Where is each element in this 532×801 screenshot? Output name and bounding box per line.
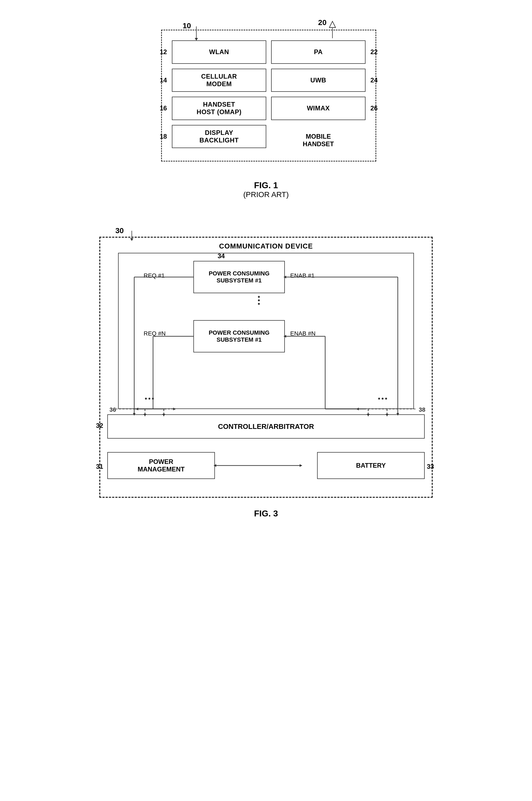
arrow-30 — [132, 231, 132, 239]
fig1-diagram: 10 20 △ 12 WLAN — [145, 21, 387, 172]
label-22: 22 — [370, 48, 378, 56]
fig1-cell-wlan: 12 WLAN — [172, 40, 266, 64]
fig3-diagram: 30 COMMUNICATION DEVICE 34 POWER CONSUMI… — [91, 220, 441, 503]
fig1-cell-pa: PA 22 — [271, 40, 365, 64]
enab1-label: ENAB #1 — [290, 272, 315, 279]
fig3-title: FIG. 3 — [254, 509, 278, 518]
label-24: 24 — [370, 76, 378, 84]
handset-host-box: HANDSET HOST (OMAP) — [172, 97, 266, 120]
label-32: 32 — [96, 422, 103, 430]
fig1-cell-display: 18 DISPLAY BACKLIGHT — [172, 125, 266, 148]
label-12: 12 — [160, 48, 167, 56]
fig1-cell-uwb: UWB 24 — [271, 69, 365, 92]
fig3-caption: FIG. 3 — [254, 509, 278, 518]
enabn-label: ENAB #N — [290, 330, 316, 337]
battery-box: BATTERY — [317, 452, 425, 479]
dot-l2 — [149, 398, 150, 400]
dot2 — [258, 299, 260, 301]
dot-r2 — [382, 398, 383, 400]
reqn-label: REQ #N — [144, 330, 166, 337]
label-31: 31 — [96, 463, 103, 470]
label-16: 16 — [160, 105, 167, 112]
label-10: 10 — [183, 21, 191, 30]
dot-r3 — [385, 398, 387, 400]
dot-l3 — [152, 398, 154, 400]
dot1 — [258, 296, 260, 298]
label-20: 20 — [318, 18, 326, 27]
dots-right — [378, 398, 387, 400]
antenna-icon: △ — [329, 19, 336, 28]
label-34: 34 — [217, 252, 225, 260]
pa-box: PA — [271, 40, 365, 64]
dots-middle — [258, 296, 260, 305]
controller-box: CONTROLLER/ARBITRATOR — [107, 414, 425, 439]
fig3-container: 30 COMMUNICATION DEVICE 34 POWER CONSUMI… — [91, 220, 441, 518]
wimax-box: WIMAX — [271, 97, 365, 120]
uwb-box: UWB — [271, 69, 365, 92]
subsystem1-box: POWER CONSUMING SUBSYSTEM #1 — [193, 261, 285, 293]
label-33: 33 — [427, 463, 434, 470]
page-container: 10 20 △ 12 WLAN — [51, 11, 481, 518]
wlan-box: WLAN — [172, 40, 266, 64]
fig1-container: 10 20 △ 12 WLAN — [145, 21, 387, 199]
label-14: 14 — [160, 76, 167, 84]
display-backlight-box: DISPLAY BACKLIGHT — [172, 125, 266, 148]
fig1-cell-cellular: 14 CELLULAR MODEM — [172, 69, 266, 92]
dot-l1 — [145, 398, 147, 400]
power-management-box: POWER MANAGEMENT — [107, 452, 215, 479]
subsystem2-box: POWER CONSUMING SUBSYSTEM #1 — [193, 320, 285, 352]
dots-left — [145, 398, 154, 400]
req1-label: REQ #1 — [144, 272, 165, 279]
label-18: 18 — [160, 133, 167, 140]
fig1-caption: FIG. 1 (PRIOR ART) — [243, 180, 289, 199]
fig1-cell-mobile: MOBILE HANDSET — [271, 125, 365, 148]
dot-r1 — [378, 398, 380, 400]
cellular-modem-box: CELLULAR MODEM — [172, 69, 266, 92]
mobile-handset-label: MOBILE HANDSET — [303, 125, 334, 148]
comm-device-label: COMMUNICATION DEVICE — [91, 242, 441, 250]
fig1-grid: 12 WLAN PA 22 14 CELLULAR MODEM — [167, 35, 371, 153]
fig3-bottom-row: POWER MANAGEMENT BATTERY — [107, 452, 425, 479]
fig1-prior-art: (PRIOR ART) — [243, 190, 289, 199]
fig1-cell-handset: 16 HANDSET HOST (OMAP) — [172, 97, 266, 120]
fig1-title: FIG. 1 — [243, 180, 289, 190]
label-30: 30 — [115, 226, 124, 235]
label-26: 26 — [370, 105, 378, 112]
dot3 — [258, 303, 260, 305]
fig1-cell-wimax: WIMAX 26 — [271, 97, 365, 120]
